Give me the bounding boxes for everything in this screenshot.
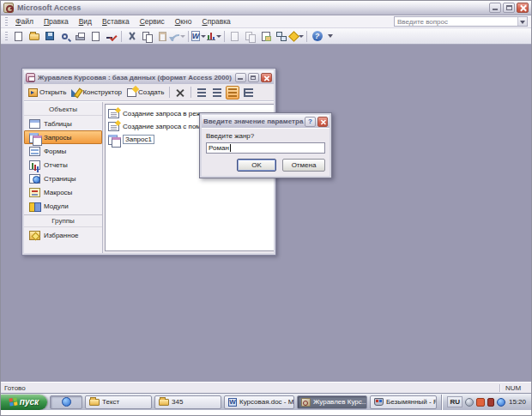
tray-agent-icon[interactable] (476, 398, 485, 407)
print-icon[interactable] (73, 29, 88, 43)
design-icon (71, 88, 81, 97)
close-button[interactable] (517, 3, 529, 13)
mdi-background: Журавлев Курсовая : база данных (формат … (1, 45, 531, 382)
sidebar-item-macros[interactable]: Макросы (24, 185, 102, 199)
toolbar-drag-handle[interactable] (5, 32, 8, 40)
sidebar-item-reports[interactable]: Отчеты (24, 158, 102, 172)
delete-button[interactable] (173, 86, 187, 99)
folder-icon (159, 399, 169, 406)
language-indicator[interactable]: RU (447, 396, 462, 407)
script-icon[interactable] (243, 29, 257, 43)
dialog-help-icon[interactable]: ? (305, 117, 315, 127)
open-icon[interactable] (27, 29, 41, 43)
menu-insert[interactable]: Вставка (97, 15, 135, 27)
relationships-icon[interactable] (274, 29, 288, 43)
minimize-button[interactable] (489, 3, 501, 13)
database-titlebar: Журавлев Курсовая : база данных (формат … (24, 70, 274, 84)
open-object-icon (28, 88, 38, 97)
objects-header: Объекты (24, 103, 102, 116)
sidebar-item-pages[interactable]: Страницы (24, 172, 102, 185)
save-icon[interactable] (42, 29, 57, 43)
open-object-button[interactable]: Открыть (27, 87, 68, 98)
windows-flag-icon (9, 397, 17, 406)
sidebar-item-queries[interactable]: Запросы (24, 130, 102, 144)
analyze-icon[interactable] (207, 29, 221, 43)
toolbar-separator (188, 31, 189, 42)
database-icon (26, 73, 35, 82)
main-toolbar: W ? (1, 28, 531, 45)
menu-help[interactable]: Справка (197, 15, 236, 27)
taskbar-button-paint[interactable]: Безымянный - Paint (370, 395, 437, 409)
print-preview-icon[interactable] (88, 29, 103, 43)
new-icon[interactable] (11, 29, 26, 43)
maximize-button[interactable] (503, 3, 515, 13)
tray-volume-icon[interactable] (497, 398, 505, 407)
paste-icon[interactable] (155, 29, 170, 43)
toolbar-options-icon[interactable] (327, 29, 334, 43)
sidebar-item-tables[interactable]: Таблицы (24, 117, 102, 130)
bottom-margin (1, 410, 531, 415)
db-close-button[interactable] (261, 73, 272, 82)
status-bar: Готово NUM (1, 382, 531, 393)
sidebar-item-favorites[interactable]: Избранное (24, 228, 102, 242)
spelling-icon[interactable] (104, 29, 118, 43)
taskbar-button-345[interactable]: 345 (154, 395, 221, 409)
paint-icon (374, 398, 384, 406)
macro-icon (29, 188, 40, 197)
taskbar-button-browser[interactable] (50, 395, 82, 409)
large-icons-button[interactable] (195, 86, 209, 99)
groups-header: Группы (24, 214, 102, 227)
taskbar: пуск Текст 345 W Курсовая.doc - M... Жур… (1, 393, 531, 410)
new-object-icon[interactable] (289, 29, 304, 43)
ask-question-box[interactable]: Введите вопрос (394, 16, 528, 27)
menu-edit[interactable]: Правка (39, 15, 74, 27)
tray-status-icon[interactable] (465, 398, 474, 407)
db-minimize-button[interactable] (235, 73, 246, 82)
undo-icon[interactable] (171, 29, 185, 43)
cut-icon[interactable] (124, 29, 139, 43)
tray-app-icon[interactable] (487, 398, 494, 407)
parameter-dialog: Введите значение параметра ? Введите жан… (199, 112, 332, 178)
favorites-folder-icon (29, 231, 40, 240)
menu-file[interactable]: Файл (10, 15, 39, 27)
sidebar-item-forms[interactable]: Формы (24, 144, 102, 158)
taskbar-button-tekst[interactable]: Текст (85, 395, 152, 409)
design-button[interactable]: Конструктор (70, 87, 124, 98)
list-view-button[interactable] (226, 86, 239, 99)
menu-window[interactable]: Окно (170, 15, 197, 27)
toolbar-separator (224, 31, 225, 42)
create-button[interactable]: Создать (125, 87, 166, 98)
menu-tools[interactable]: Сервис (135, 15, 170, 27)
sidebar-item-modules[interactable]: Модули (24, 199, 102, 213)
form-icon (29, 147, 40, 156)
window-title: Microsoft Access (17, 3, 487, 12)
properties-icon[interactable] (258, 29, 273, 43)
database-title: Журавлев Курсовая : база данных (формат … (38, 74, 233, 81)
access-app-icon (3, 3, 14, 13)
menu-view[interactable]: Вид (74, 15, 97, 27)
file-search-icon[interactable] (57, 29, 72, 43)
taskbar-button-word[interactable]: W Курсовая.doc - M... (224, 395, 294, 409)
copy-icon[interactable] (140, 29, 154, 43)
chevron-down-icon[interactable] (517, 17, 527, 26)
help-icon[interactable]: ? (310, 29, 324, 43)
taskbar-button-access-active[interactable]: Журавлев Курс... (297, 395, 367, 409)
parameter-prompt: Введите жанр? (206, 132, 325, 140)
office-links-icon[interactable]: W (191, 29, 206, 43)
cancel-button[interactable]: Отмена (282, 159, 325, 172)
objects-sidebar: Объекты Таблицы Запросы Формы (24, 102, 103, 253)
code-icon[interactable] (227, 29, 242, 43)
create-icon (127, 88, 136, 97)
query-icon (108, 135, 119, 144)
parameter-value: Роман (209, 144, 229, 152)
dialog-close-icon[interactable] (317, 117, 328, 127)
db-maximize-button[interactable] (248, 73, 259, 82)
parameter-input[interactable]: Роман (206, 142, 325, 154)
ok-button[interactable]: OK (237, 159, 276, 172)
word-icon: W (228, 398, 237, 407)
start-button[interactable]: пуск (1, 395, 47, 410)
menu-drag-handle[interactable] (5, 17, 8, 26)
details-view-button[interactable] (241, 86, 255, 99)
small-icons-button[interactable] (210, 86, 224, 99)
dialog-title: Введите значение параметра (203, 118, 303, 125)
